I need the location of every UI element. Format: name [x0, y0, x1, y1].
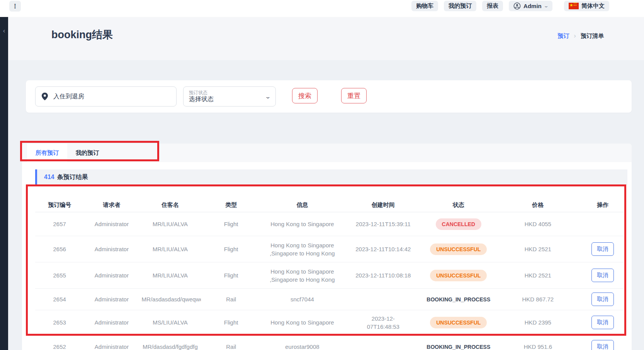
- breadcrumb-link[interactable]: 预订: [557, 32, 569, 40]
- search-button[interactable]: 搜索: [292, 88, 318, 103]
- created-time-text: 2023-12-07T16:48:53: [365, 314, 401, 331]
- info-text: eurostar9008: [285, 343, 319, 350]
- chevron-down-icon: ⌄: [265, 94, 271, 100]
- cancel-button[interactable]: 取消: [591, 269, 614, 282]
- cancel-button[interactable]: 取消: [591, 340, 614, 350]
- cell-requester: Administrator: [84, 319, 139, 326]
- user-avatar-icon: [513, 2, 521, 10]
- cell-status: UNSUCCESSFUL: [423, 270, 494, 281]
- status-badge: BOOKING_IN_PROCESS: [427, 344, 490, 350]
- date-range-input[interactable]: 入住到退房: [35, 86, 177, 107]
- cell-status: UNSUCCESSFUL: [423, 243, 494, 255]
- cell-info: Hong Kong to Singapore ,Singapore to Hon…: [261, 267, 343, 284]
- date-range-placeholder: 入住到退房: [53, 93, 84, 101]
- cell-type: Flight: [201, 221, 261, 227]
- info-text: Hong Kong to Singapore: [270, 319, 334, 326]
- cancel-button[interactable]: 取消: [591, 316, 614, 329]
- cell-booking-id: 2653: [35, 319, 84, 326]
- cell-type: Rail: [201, 296, 261, 303]
- info-text: Hong Kong to Singapore ,Singapore to Hon…: [270, 268, 335, 283]
- cell-guest-name: MR/LIU/ALVA: [139, 221, 201, 227]
- cell-booking-id: 2657: [35, 221, 84, 227]
- cell-type: Flight: [201, 246, 261, 252]
- booking-status-select[interactable]: 预订状态 选择状态 ⌄: [183, 86, 276, 107]
- bookings-table: 预订编号请求者住客名类型信息创建时间状态价格操作 2657Administrat…: [35, 198, 624, 350]
- tab-all-bookings[interactable]: 所有预订: [27, 144, 67, 162]
- cell-price: HKD 4055: [494, 221, 582, 227]
- table-row-2657: 2657AdministratorMR/LIU/ALVAFlightHong K…: [35, 212, 624, 236]
- cancel-button[interactable]: 取消: [591, 242, 614, 256]
- tab-strip: 所有预订我的预订: [22, 144, 632, 162]
- status-select-value: 选择状态: [189, 96, 214, 103]
- status-badge: BOOKING_IN_PROCESS: [427, 296, 490, 303]
- table-row-2654: 2654AdministratorMR/asdasdasd/qweqweqgdf…: [35, 289, 624, 310]
- cell-booking-id: 2654: [35, 296, 84, 303]
- cell-info: Hong Kong to Singapore: [261, 220, 343, 228]
- cell-status: BOOKING_IN_PROCESS: [423, 343, 494, 350]
- column-header: 类型: [201, 201, 261, 209]
- table-row-2655: 2655AdministratorMR/LIU/ALVAFlightHong K…: [35, 262, 624, 289]
- results-count: 414: [44, 174, 54, 180]
- column-header: 价格: [494, 201, 582, 209]
- cell-info: sncf7044: [261, 295, 343, 303]
- nav-item-my-bookings[interactable]: 我的预订: [444, 1, 476, 11]
- cell-booking-id: 2652: [35, 343, 84, 350]
- status-badge: CANCELLED: [436, 218, 481, 230]
- cell-action: 取消: [582, 340, 624, 350]
- sidebar-rail: ‹: [0, 17, 8, 350]
- cell-action: 取消: [582, 293, 624, 306]
- nav-item-label: 简体中文: [581, 2, 605, 10]
- nav-item-reports[interactable]: 报表: [482, 1, 503, 11]
- cell-guest-name: MR/LIU/ALVA: [139, 272, 201, 279]
- nav-item-label: 购物车: [416, 2, 433, 10]
- cell-requester: Administrator: [84, 343, 139, 350]
- column-header: 住客名: [139, 201, 201, 209]
- cell-action: 取消: [582, 242, 624, 256]
- cell-status: CANCELLED: [423, 218, 494, 230]
- results-text: 414条预订结果: [44, 173, 88, 181]
- cell-created-time: 2023-12-11T10:14:42: [343, 246, 423, 252]
- cell-requester: Administrator: [84, 296, 139, 303]
- cell-created-time: 2023-12-11T10:08:18: [343, 272, 423, 279]
- cell-requester: Administrator: [84, 272, 139, 279]
- nav-item-label: 我的预订: [449, 2, 472, 10]
- cell-status: UNSUCCESSFUL: [423, 317, 494, 328]
- info-text: Hong Kong to Singapore ,Singapore to Hon…: [270, 242, 335, 257]
- reset-button[interactable]: 重置: [341, 88, 367, 103]
- table-body: 2657AdministratorMR/LIU/ALVAFlightHong K…: [35, 212, 624, 350]
- status-badge: UNSUCCESSFUL: [430, 317, 487, 328]
- cell-info: Hong Kong to Singapore ,Singapore to Hon…: [261, 241, 343, 257]
- results-suffix: 条预订结果: [57, 174, 88, 180]
- cell-info: Hong Kong to Singapore: [261, 318, 343, 326]
- breadcrumb-separator-icon: ›: [574, 32, 576, 40]
- search-card: 入住到退房 预订状态 选择状态 ⌄ 搜索 重置: [26, 80, 632, 113]
- cancel-button[interactable]: 取消: [591, 293, 614, 306]
- cell-requester: Administrator: [84, 246, 139, 252]
- cell-booking-id: 2655: [35, 272, 84, 279]
- column-header: 请求者: [84, 201, 139, 209]
- column-header: 创建时间: [343, 201, 423, 209]
- cell-guest-name: MR/LIU/ALVA: [139, 246, 201, 252]
- nav-item-admin-menu[interactable]: Admin⌄: [509, 1, 552, 11]
- chevron-down-icon: ⌄: [544, 3, 549, 8]
- cell-action: 取消: [582, 269, 624, 282]
- status-select-label: 预订状态: [189, 90, 214, 96]
- column-header: 信息: [261, 201, 343, 209]
- cell-price: HKD 2521: [494, 246, 582, 252]
- chevron-left-icon[interactable]: ‹: [0, 27, 8, 35]
- table-header-row: 预订编号请求者住客名类型信息创建时间状态价格操作: [35, 198, 624, 212]
- bookings-card: 所有预订我的预订 414条预订结果 预订编号请求者住客名类型信息创建时间状态价格…: [22, 144, 632, 350]
- nav-item-cart[interactable]: 购物车: [411, 1, 438, 11]
- nav-item-language[interactable]: ★★★★★简体中文: [564, 1, 609, 11]
- topbar-nav: 购物车我的预订报表Admin⌄★★★★★简体中文: [411, 1, 609, 11]
- cell-price: HKD 2521: [494, 272, 582, 279]
- tab-my-bookings[interactable]: 我的预订: [67, 144, 107, 162]
- info-text: Hong Kong to Singapore: [270, 221, 334, 227]
- column-header: 操作: [582, 201, 624, 209]
- vertical-ellipsis-icon[interactable]: ⋮: [9, 1, 21, 12]
- cell-status: BOOKING_IN_PROCESS: [423, 296, 494, 303]
- breadcrumb-current: 预订清单: [581, 32, 604, 40]
- table-row-2652: 2652AdministratorMR/dasdasd/fgdfgdfgRail…: [35, 335, 624, 350]
- page: ⋮ 购物车我的预订报表Admin⌄★★★★★简体中文 ‹ booking结果 预…: [0, 0, 644, 350]
- cell-requester: Administrator: [84, 221, 139, 227]
